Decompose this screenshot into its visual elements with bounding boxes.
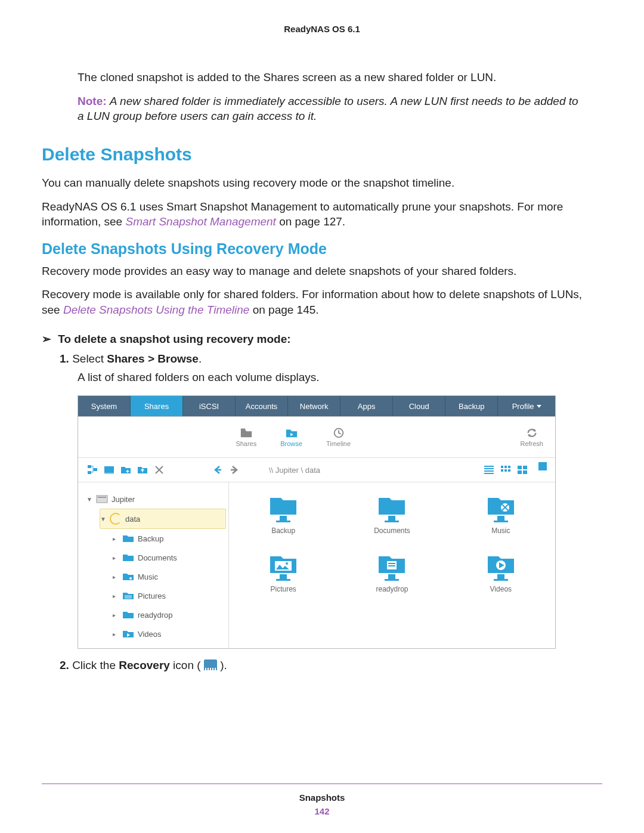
grid-item-videos[interactable]: Videos	[453, 553, 549, 593]
tree-item-backup[interactable]: ▸Backup	[113, 529, 228, 548]
footer-page-number: 142	[42, 806, 602, 816]
tree-item-pictures[interactable]: ▸Pictures	[113, 586, 228, 605]
grid-item-backup[interactable]: Backup	[235, 494, 332, 535]
svg-rect-4	[94, 468, 97, 471]
step-1: 1. Select Shares > Browse.	[60, 351, 602, 368]
grid-small-icon[interactable]	[500, 465, 511, 475]
list-view-icon[interactable]	[484, 465, 494, 475]
svg-rect-31	[276, 579, 290, 581]
breadcrumb: \\ Jupiter \ data	[269, 466, 320, 475]
svg-rect-8	[504, 466, 507, 468]
grid-item-documents[interactable]: Documents	[343, 494, 440, 535]
subnav-refresh[interactable]: Refresh	[520, 427, 543, 447]
svg-rect-23	[388, 516, 395, 521]
music-share-icon	[484, 494, 518, 523]
svg-rect-12	[508, 469, 510, 472]
tree-icon[interactable]	[86, 464, 98, 476]
nav-tab-shares[interactable]: Shares	[131, 396, 183, 416]
folder-up-icon[interactable]	[137, 464, 148, 476]
back-arrow-icon[interactable]	[212, 464, 224, 476]
delete-icon[interactable]	[153, 464, 165, 476]
page-header: ReadyNAS OS 6.1	[42, 24, 602, 34]
svg-rect-30	[280, 574, 287, 579]
recovery-icon[interactable]	[103, 464, 115, 476]
drop-folder-icon	[122, 610, 134, 620]
svg-rect-2	[88, 465, 91, 468]
svg-rect-0	[241, 429, 245, 431]
svg-rect-27	[494, 521, 508, 522]
subnav-shares[interactable]: Shares	[236, 427, 256, 447]
svg-rect-22	[276, 521, 290, 522]
grid-item-readydrop[interactable]: readydrop	[343, 553, 440, 593]
toolbar: \\ Jupiter \ data	[78, 458, 555, 482]
tree-item-videos[interactable]: ▸Videos	[113, 624, 228, 643]
tree-item-readydrop[interactable]: ▸readydrop	[113, 605, 228, 624]
screenshot-shares-browse: System Shares iSCSI Accounts Network App…	[78, 395, 556, 649]
svg-rect-13	[518, 466, 522, 469]
tree-selected[interactable]: ▼ data	[100, 509, 226, 529]
browse-icon	[285, 427, 298, 439]
heading-recovery-mode: Delete Snapshots Using Recovery Mode	[42, 240, 602, 258]
note-paragraph: Note: A new shared folder is immediately…	[78, 94, 578, 124]
procedure-heading: ➢ To delete a snapshot using recovery mo…	[42, 332, 602, 346]
heading-delete-snapshots: Delete Snapshots	[42, 144, 602, 165]
link-timeline[interactable]: Delete Snapshots Using the Timeline	[63, 304, 249, 316]
clock-icon	[332, 427, 345, 439]
music-folder-icon	[122, 572, 134, 581]
top-nav: System Shares iSCSI Accounts Network App…	[78, 396, 555, 417]
nav-tab-network[interactable]: Network	[288, 396, 340, 416]
folder-tree: ▼ Jupiter ▼ data ▸Backup ▸Documents ▸Mus…	[78, 482, 229, 648]
chevron-down-icon	[537, 405, 541, 408]
svg-rect-16	[523, 470, 527, 474]
svg-rect-14	[523, 466, 527, 469]
svg-rect-35	[388, 574, 395, 579]
svg-rect-7	[501, 466, 503, 468]
svg-rect-33	[388, 563, 395, 564]
pictures-folder-icon	[122, 591, 134, 600]
documents-share-icon	[375, 494, 408, 523]
readydrop-share-icon	[375, 553, 408, 581]
tree-item-documents[interactable]: ▸Documents	[113, 548, 228, 567]
tree-root[interactable]: ▼ Jupiter	[86, 490, 228, 509]
nav-tab-apps[interactable]: Apps	[340, 396, 393, 416]
step-2: 2. Click the Recovery icon ( ).	[60, 657, 602, 674]
sub-nav: Shares Browse Timeline Refresh	[78, 417, 555, 458]
svg-rect-5	[104, 466, 114, 473]
grid-item-music[interactable]: Music	[453, 494, 549, 535]
svg-rect-10	[501, 469, 503, 472]
loading-icon	[110, 513, 122, 525]
intro-text: The cloned snapshot is added to the Shar…	[78, 70, 578, 85]
para-4: Recovery mode is available only for shar…	[42, 287, 602, 317]
nav-tab-cloud[interactable]: Cloud	[393, 396, 445, 416]
folder-plus-icon[interactable]	[120, 464, 132, 476]
nav-tab-iscsi[interactable]: iSCSI	[183, 396, 236, 416]
recovery-small-icon	[204, 659, 217, 670]
nav-tab-system[interactable]: System	[78, 396, 131, 416]
forward-arrow-icon[interactable]	[228, 464, 240, 476]
svg-rect-34	[388, 565, 395, 566]
grid-large-icon[interactable]	[517, 465, 528, 475]
svg-rect-18	[98, 497, 106, 498]
pictures-share-icon	[267, 553, 300, 581]
footer-section: Snapshots	[42, 792, 602, 803]
svg-rect-24	[385, 521, 399, 522]
subnav-browse[interactable]: Browse	[280, 427, 302, 447]
svg-rect-26	[497, 516, 504, 521]
svg-rect-39	[494, 579, 508, 581]
nav-tab-backup[interactable]: Backup	[445, 396, 498, 416]
svg-point-29	[286, 562, 288, 565]
nav-tab-accounts[interactable]: Accounts	[236, 396, 288, 416]
link-smart-snapshot[interactable]: Smart Snapshot Management	[125, 215, 275, 228]
folder-icon	[122, 534, 134, 543]
folder-grid: Backup Documents Music Pictures readydro…	[229, 482, 555, 648]
nav-tab-profile[interactable]: Profile	[498, 396, 555, 416]
note-body: A new shared folder is immediately acces…	[78, 95, 578, 123]
subnav-timeline[interactable]: Timeline	[326, 427, 351, 447]
tree-item-music[interactable]: ▸Music	[113, 567, 228, 586]
expand-icon[interactable]	[538, 462, 547, 470]
grid-item-pictures[interactable]: Pictures	[235, 553, 332, 593]
volume-icon	[96, 494, 108, 504]
folder-icon	[240, 427, 253, 439]
step-1-sub: A list of shared folders on each volume …	[78, 371, 602, 384]
folder-icon	[122, 553, 134, 562]
